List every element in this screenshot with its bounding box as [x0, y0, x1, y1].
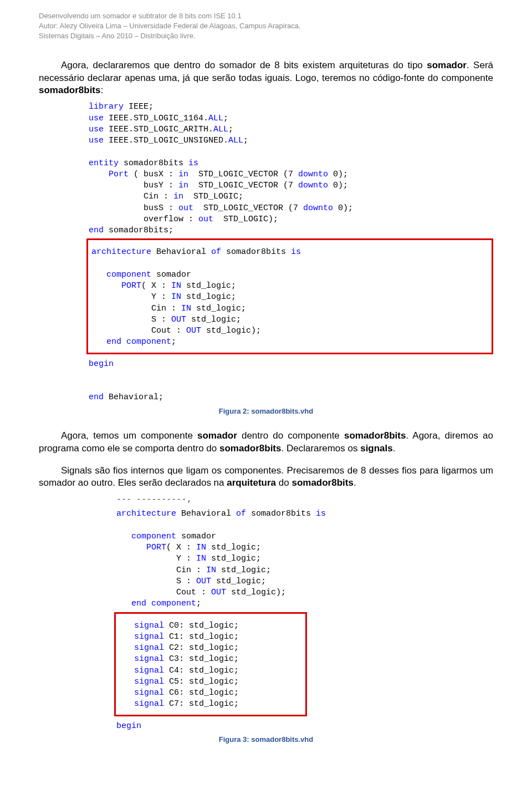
document-header: Desenvolvendo um somador e subtrator de … — [39, 11, 493, 42]
meta-line-1: Desenvolvendo um somador e subtrator de … — [39, 11, 493, 21]
code-listing-1-boxed: architecture Behavioral of somador8bits … — [91, 247, 488, 348]
para1-text-e: : — [100, 85, 103, 95]
para3-bold-d: somador8bits — [291, 477, 353, 488]
para3-text-c: do — [276, 477, 291, 488]
code-highlight-box-2: signal C0: std_logic; signal C1: std_log… — [114, 612, 307, 716]
para1-bold-d: somador8bits — [39, 85, 100, 95]
code-highlight-box-1: architecture Behavioral of somador8bits … — [86, 238, 493, 354]
para2-text-a: Agora, temos um componente — [61, 430, 197, 441]
paragraph-3: Signals são fios internos que ligam os c… — [39, 465, 493, 490]
code-listing-2-tail: begin — [116, 721, 493, 732]
meta-line-2: Autor: Alezy Oliveira Lima – Universidad… — [39, 21, 493, 31]
figure-2-caption: Figura 2: somador8bits.vhd — [39, 407, 493, 415]
paragraph-2: Agora, temos um componente somador dentr… — [39, 430, 493, 455]
para3-bold-b: arquitetura — [227, 477, 276, 488]
para2-bold-h: signals — [360, 443, 393, 454]
para2-text-g: . Declararemos os — [282, 443, 361, 454]
para2-bold-f: somador8bits — [219, 443, 281, 454]
paragraph-1: Agora, declararemos que dentro do somado… — [39, 59, 493, 98]
para2-bold-d: somador8bits — [344, 430, 406, 441]
para2-text-c: dentro do componente — [237, 430, 344, 441]
para3-text-e: . — [354, 477, 356, 488]
code-listing-1: library IEEE; use IEEE.STD_LOGIC_1164.AL… — [89, 101, 493, 236]
figure-3-caption: Figura 3: somador8bits.vhd — [39, 735, 493, 744]
meta-line-3: Sistemas Digitais – Ano 2010 – Distribui… — [39, 31, 493, 41]
code-listing-1-tail: begin end Behavioral; — [89, 359, 493, 404]
para2-bold-b: somador — [197, 430, 237, 441]
para2-text-i: . — [393, 443, 396, 454]
para1-bold-b: somador — [427, 60, 467, 70]
code-top-cut: --- ----------, — [116, 494, 493, 504]
para1-text-a: Agora, declararemos que dentro do somado… — [61, 60, 427, 70]
code-listing-2-boxed: signal C0: std_logic; signal C1: std_log… — [119, 620, 302, 710]
code-listing-2: architecture Behavioral of somador8bits … — [116, 508, 493, 609]
